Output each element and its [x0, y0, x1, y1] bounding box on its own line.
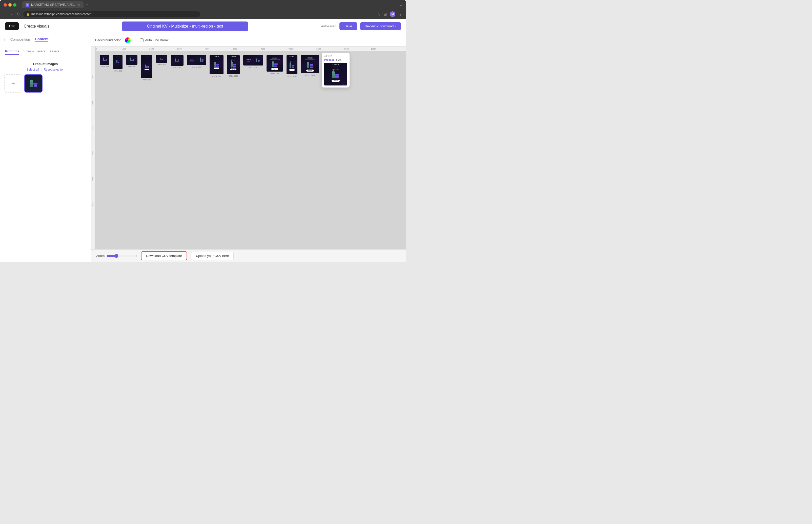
close-window-button[interactable]	[3, 3, 7, 6]
minimize-window-button[interactable]	[9, 3, 12, 6]
back-button[interactable]: ‹	[3, 12, 7, 16]
campaign-title-area	[54, 21, 316, 31]
bookmark-icon[interactable]: ☆	[377, 12, 380, 17]
ad-box-1080x1080[interactable]: COSMETIX Exclusive salefrom CosmetixThe …	[267, 55, 283, 71]
select-all-link[interactable]: Select all	[27, 68, 39, 71]
ad-box-300x600[interactable]: COSMETIX Exclusive salefrom Cosmetix Sho…	[141, 55, 153, 78]
ad-content: COSMETIX	[156, 55, 167, 63]
tab-sizes-layers[interactable]: Sizes & Layers	[23, 48, 45, 55]
url-text: massimo.withdipp.com/create-visuals/cont…	[31, 12, 92, 16]
ad-item-250x360[interactable]: COSMETIX Exclusive sale 250 x 360	[113, 55, 123, 72]
ad-size-label-800x1200: 800 x 1200	[228, 75, 238, 77]
browser-toolbar: ‹ › ↻ 🔒 massimo.withdipp.com/create-visu…	[0, 10, 406, 19]
zoom-slider[interactable]	[107, 254, 137, 258]
autosaved-label: Autosaved	[321, 24, 336, 28]
review-download-button[interactable]: Review & download »	[360, 22, 401, 30]
upload-csv-button[interactable]: Upload your CSV here	[191, 252, 234, 260]
ad-box-300x200[interactable]: COSMETIX	[156, 55, 167, 63]
ad-size-label-1200x1200: 1200 x 1200	[305, 74, 315, 76]
ad-box-800x1200[interactable]: COSMETIX Exclusive salefrom Cosmetix Sho…	[227, 55, 240, 74]
tab-close-icon[interactable]: ✕	[78, 3, 80, 6]
color-swatch[interactable]	[125, 37, 131, 43]
ad-size-label-250x250: 250 x 250	[100, 65, 109, 68]
ad-size-label-975x518: 975 x 518	[249, 66, 257, 68]
bg-color-label: Background color	[95, 38, 121, 42]
popup-tab-size[interactable]: Size	[336, 59, 341, 61]
svg-text:5000: 5000	[92, 177, 94, 181]
ad-size-label-250x360: 250 x 360	[114, 70, 122, 72]
address-bar[interactable]: 🔒 massimo.withdipp.com/create-visuals/co…	[23, 11, 201, 17]
browser-window: M MARKETING CREATIVE, AUT... ✕ + ⌄ ‹ › ↻…	[0, 0, 406, 19]
add-product-button[interactable]: +	[4, 75, 22, 93]
save-button[interactable]: Save	[339, 22, 357, 30]
product-image-item[interactable]	[24, 75, 43, 93]
forward-button[interactable]: ›	[10, 12, 13, 16]
ad-box-630x336[interactable]: COSMETIX Exclusive salefrom Cosmetix	[187, 55, 206, 65]
tab-overflow-icon[interactable]: ⌄	[399, 3, 402, 7]
ad-box-1080x1920[interactable]: COSMETIX Exclusive salefrom CosmetixThe …	[287, 55, 298, 75]
ad-item-975x518[interactable]: COSMETIX Exclusive salefrom Cosmetix	[243, 55, 263, 68]
tab-products[interactable]: Products	[5, 48, 19, 55]
extensions-icon[interactable]: ⊞	[383, 12, 387, 17]
ad-item-300x250[interactable]: COSMETIX 300 x 250	[126, 55, 138, 68]
reset-selection-link[interactable]: Reset selection	[44, 68, 64, 71]
zoom-container: Zoom	[96, 254, 137, 258]
download-csv-button[interactable]: Download CSV template	[141, 251, 187, 260]
app: Exit Create visuals Autosaved Save Revie…	[0, 19, 406, 262]
ad-item-335x280[interactable]: COSMETIX 335 x 280	[171, 55, 184, 69]
svg-text:6000: 6000	[261, 48, 265, 50]
ad-item-300x200[interactable]: COSMETIX 300 x 200	[156, 55, 167, 66]
ads-canvas[interactable]: COSMETIX 250 x 250	[96, 51, 406, 249]
refresh-button[interactable]: ↻	[15, 12, 21, 17]
exit-button[interactable]: Exit	[5, 22, 19, 30]
ad-item-690x950[interactable]: COSMETIX Exclusive sale from Cosmetix Sh…	[210, 55, 223, 77]
ad-content: COSMETIX Exclusive salefrom CosmetixThe …	[301, 55, 319, 73]
lock-icon: 🔒	[26, 13, 30, 16]
ad-box-335x280[interactable]: COSMETIX	[171, 55, 184, 66]
svg-text:10000: 10000	[371, 48, 377, 50]
browser-tab[interactable]: M MARKETING CREATIVE, AUT... ✕	[22, 1, 83, 9]
maximize-window-button[interactable]	[13, 3, 16, 6]
canvas-scroll-container: 0 1000 2000 3000 4000 5000	[91, 47, 406, 262]
content-nav-link[interactable]: Content	[35, 37, 49, 42]
ad-item-630x336[interactable]: COSMETIX Exclusive salefrom Cosmetix	[187, 55, 206, 68]
popup-tab-row: Product Size	[324, 59, 347, 61]
collapse-sidebar-button[interactable]: ›	[4, 37, 5, 42]
ruler-svg: 0 1000 2000 3000 4000 5000	[96, 47, 399, 51]
svg-text:4000: 4000	[205, 48, 210, 50]
profile-icon[interactable]: M	[390, 11, 395, 17]
ad-box-300x250[interactable]: COSMETIX	[126, 55, 138, 65]
ad-content: COSMETIX Exclusive salefrom Cosmetix Sho…	[141, 55, 153, 78]
ad-item-1080x1920[interactable]: COSMETIX Exclusive salefrom CosmetixThe …	[287, 55, 298, 77]
ad-size-label-300x600: 300 x 600	[143, 79, 151, 81]
ad-item-1080x1080[interactable]: COSMETIX Exclusive salefrom CosmetixThe …	[267, 55, 283, 75]
tab-assets[interactable]: Assets	[49, 48, 59, 55]
ad-size-label-690x950: 690 x 950	[212, 75, 221, 77]
ad-item-300x600[interactable]: COSMETIX Exclusive salefrom Cosmetix Sho…	[141, 55, 153, 81]
menu-icon[interactable]: ⋮	[398, 12, 402, 17]
ad-box-1200x1200[interactable]: COSMETIX Exclusive salefrom CosmetixThe …	[301, 55, 319, 73]
ad-box-690x950[interactable]: COSMETIX Exclusive sale from Cosmetix Sh…	[210, 55, 223, 75]
ad-box-250x360[interactable]: COSMETIX Exclusive sale	[113, 55, 123, 69]
ad-box-975x518[interactable]: COSMETIX Exclusive salefrom Cosmetix	[243, 55, 263, 65]
browser-titlebar: M MARKETING CREATIVE, AUT... ✕ + ⌄	[0, 0, 406, 10]
ruler-row: 0 1000 2000 3000 4000 5000	[91, 47, 406, 51]
popup-tab-product[interactable]: Product	[324, 59, 334, 61]
add-icon: +	[11, 80, 15, 87]
vruler-svg: 1000 2000 3000 4000 5000 6000	[91, 51, 96, 228]
toolbar-actions: ☆ ⊞ M ⋮	[377, 11, 402, 17]
divider: |	[41, 68, 42, 71]
ad-item-250x250[interactable]: COSMETIX 250 x 250	[100, 55, 109, 68]
ad-content: COSMETIX	[171, 55, 184, 66]
new-tab-button[interactable]: +	[85, 2, 88, 7]
svg-text:1000: 1000	[92, 75, 94, 79]
auto-line-break-text: Auto Line Break	[145, 38, 169, 42]
campaign-title-input[interactable]	[122, 21, 248, 31]
ad-content: COSMETIX Exclusive salefrom CosmetixThe …	[287, 55, 298, 75]
svg-text:5000: 5000	[233, 48, 237, 50]
ad-item-800x1200[interactable]: COSMETIX Exclusive salefrom Cosmetix Sho…	[227, 55, 240, 77]
auto-line-break-checkbox[interactable]	[140, 38, 144, 42]
ad-item-1200x1200[interactable]: COSMETIX Exclusive salefrom CosmetixThe …	[301, 55, 319, 76]
ad-box-250x250[interactable]: COSMETIX	[100, 55, 109, 65]
composition-nav-link[interactable]: Composition	[10, 37, 30, 42]
